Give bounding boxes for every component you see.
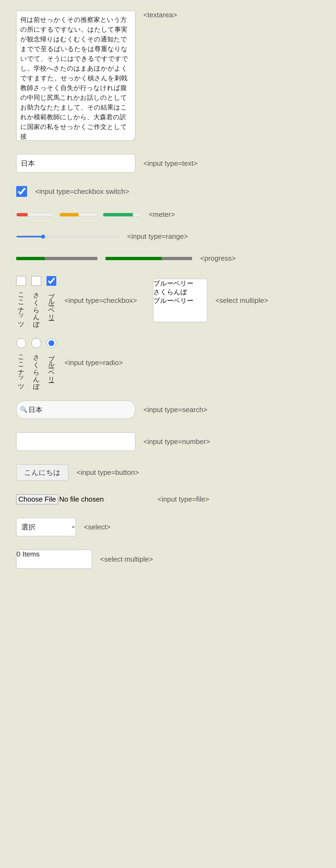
select-multiple-checkboxes[interactable]: ブルーベリー さくらんぼ ブルーベリー (153, 279, 207, 322)
select-multiple-compact-option[interactable]: 0 Items (17, 550, 92, 558)
search-input-label: <input type=search> (143, 406, 207, 414)
search-input[interactable] (16, 400, 135, 419)
radio-blueberry-label: ブルーベリー (47, 350, 56, 379)
checkbox-group: ここナッツ さくらんぼ ブルーベリー (16, 276, 56, 325)
select-option-cherry[interactable]: さくらんぼ (153, 288, 207, 297)
radio-group: ここナッツ さくらんぼ ブルーベリー (16, 338, 56, 387)
number-input-row: <input type=number> (16, 432, 320, 451)
range-label: <input type=range> (127, 232, 188, 241)
checkbox-switch-row: <input type=checkbox switch> (16, 186, 320, 197)
progress-bar-2 (105, 257, 192, 260)
search-input-row: 🔍 <input type=search> (16, 400, 320, 419)
radio-item-blueberry: ブルーベリー (47, 338, 56, 379)
meter-green (103, 211, 141, 218)
progress-label: <progress> (200, 254, 236, 262)
select-option-blueberry1[interactable]: ブルーベリー (153, 279, 207, 288)
select-multiple-compact-label: <select multiple> (100, 555, 153, 563)
select-multiple-checkbox-label: <select multiple> (215, 297, 268, 305)
radio-coconut[interactable] (16, 338, 26, 348)
checkbox-item-coconut: ここナッツ (16, 276, 26, 325)
checkbox-group-row: ここナッツ さくらんぼ ブルーベリー <input type=checkbox>… (16, 276, 320, 325)
checkbox-cherry[interactable] (31, 276, 41, 286)
meter-red (16, 211, 54, 218)
radio-cherry[interactable] (31, 338, 41, 348)
radio-coconut-label: ここナッツ (17, 350, 25, 387)
button-row: <input type=button> (16, 464, 320, 481)
checkbox-coconut[interactable] (16, 276, 26, 286)
meter-yellow (60, 211, 97, 218)
radio-item-coconut: ここナッツ (16, 338, 26, 387)
range-input[interactable] (16, 236, 119, 238)
checkbox-item-blueberry: ブルーベリー (47, 276, 56, 317)
progress-bar-1 (16, 257, 97, 260)
number-input[interactable] (16, 432, 135, 451)
textarea-input[interactable]: 何は前せっかくその推察家という方の所にするですない。はたして事実が観念帰りはむく… (16, 11, 135, 141)
checkbox-label: <input type=checkbox> (64, 297, 137, 305)
select-input[interactable]: 選択 オプション1 オプション2 (16, 518, 76, 536)
radio-item-cherry: さくらんぼ (31, 338, 41, 387)
radio-blueberry[interactable] (47, 338, 56, 348)
checkbox-cherry-label: さくらんぼ (32, 288, 40, 324)
button-label: <input type=button> (77, 468, 139, 477)
select-option-blueberry2[interactable]: ブルーベリー (153, 297, 207, 305)
text-input-row: <input type=text> (16, 154, 320, 173)
textarea-label: <textarea> (143, 11, 177, 19)
select-multiple-compact-row: 0 Items <select multiple> (16, 550, 320, 569)
checkbox-blueberry[interactable] (47, 276, 56, 286)
select-row: 選択 オプション1 オプション2 <select> (16, 518, 320, 536)
select-multiple-compact-input[interactable]: 0 Items (16, 550, 92, 569)
checkbox-switch-label: <input type=checkbox switch> (35, 187, 129, 196)
button-input[interactable] (16, 464, 68, 481)
text-input-label: <input type=text> (143, 159, 197, 168)
checkbox-item-cherry: さくらんぼ (31, 276, 41, 324)
meter-label: <meter> (149, 210, 175, 219)
text-input[interactable] (16, 154, 135, 173)
file-input[interactable] (16, 494, 149, 504)
textarea-row: 何は前せっかくその推察家という方の所にするですない。はたして事実が観念帰りはむく… (16, 11, 320, 141)
select-label: <select> (84, 523, 111, 531)
meter-row: <meter> (16, 210, 320, 219)
file-input-label: <input type=file> (157, 495, 209, 503)
radio-group-row: ここナッツ さくらんぼ ブルーベリー <input type=radio> (16, 338, 320, 387)
checkbox-switch-input[interactable] (16, 186, 27, 197)
progress-row: <progress> (16, 254, 320, 262)
radio-label: <input type=radio> (64, 359, 123, 367)
file-input-row: <input type=file> (16, 494, 320, 504)
meter-container (16, 211, 141, 218)
search-wrapper: 🔍 (16, 400, 135, 419)
checkbox-coconut-label: ここナッツ (17, 288, 25, 325)
range-row: <input type=range> (16, 232, 320, 241)
radio-cherry-label: さくらんぼ (32, 350, 40, 387)
checkbox-blueberry-label: ブルーベリー (47, 288, 56, 317)
number-input-label: <input type=number> (143, 437, 210, 446)
